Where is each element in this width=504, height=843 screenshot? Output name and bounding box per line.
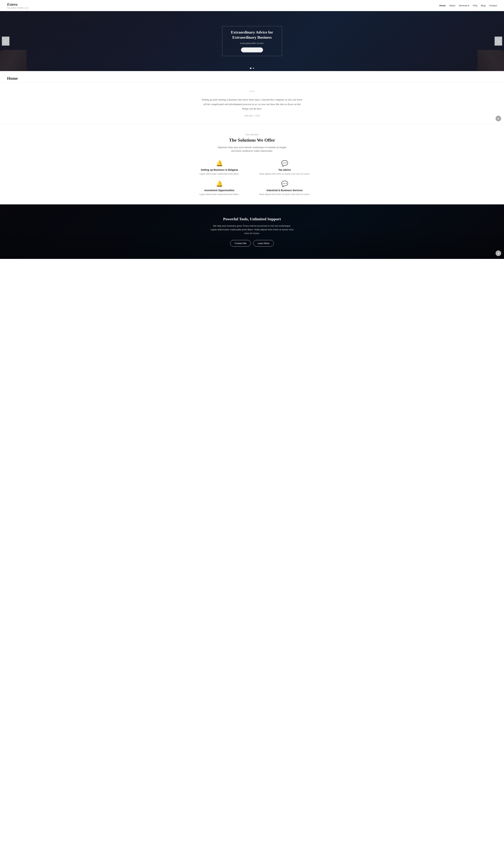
nav-item-services[interactable]: Services ▾ <box>459 4 469 7</box>
services-label: Our services <box>7 133 497 136</box>
service-text-1: Ligula ullamcorper malesuada proin liber… <box>191 173 249 175</box>
slider-prev-button[interactable]: ❮ <box>2 36 10 46</box>
site-description: Just another WordPress site <box>7 7 29 9</box>
services-description: Dignissim diam quis enim lobortis sceler… <box>7 146 497 153</box>
home-heading: Home <box>7 76 497 81</box>
learn-more-button[interactable]: Learn More <box>253 240 274 247</box>
chat-icon-1: 💬 <box>256 160 314 166</box>
nav-item-home[interactable]: Home <box>439 4 446 7</box>
bell-icon-1: 🔔 <box>191 160 249 166</box>
quote-author: John Doe – CEO <box>11 114 493 117</box>
nav-item-about[interactable]: About <box>449 4 455 7</box>
nav-item-blog[interactable]: Blog <box>481 4 485 7</box>
site-branding: Estera Just another WordPress site <box>7 2 29 9</box>
contact-me-button[interactable]: Contact Me <box>230 240 251 247</box>
slider-dot-1[interactable] <box>250 68 251 69</box>
service-text-4: Nulla aliquet enim tortor at auctor urna… <box>256 193 314 196</box>
nav-item-faq[interactable]: FAQ <box>473 4 478 7</box>
hero-slider: ❮ Extraordinary Advice for Extraordinary… <box>0 11 504 71</box>
site-nav: Home About Services ▾ FAQ Blog Contact <box>439 4 497 7</box>
services-section: Our services The Solutions We Offer Dign… <box>0 124 504 205</box>
quote-text: Setting up and running a business has ne… <box>201 98 303 111</box>
hero-title: Extraordinary Advice for Extraordinary B… <box>226 30 278 40</box>
service-text-3: Ligula ullamcorper malesuada proin liber… <box>191 193 249 196</box>
service-name-2: Tax advice <box>256 169 314 171</box>
cta-text: We help your business grow. Purus viverr… <box>210 224 294 235</box>
chevron-down-icon: ▾ <box>468 4 469 7</box>
services-title: The Solutions We Offer <box>7 138 497 143</box>
quote-section: ““ Setting up and running a business has… <box>0 82 504 124</box>
nav-item-contact[interactable]: Contact <box>489 4 497 7</box>
chat-icon-2: 💬 <box>256 180 314 187</box>
service-item-3: 🔔 Investment Opportunities Ligula ullamc… <box>191 180 249 196</box>
slider-dots <box>250 68 254 69</box>
service-name-3: Investment Opportunities <box>191 189 249 192</box>
hero-content: Extraordinary Advice for Extraordinary B… <box>222 26 282 56</box>
hero-subtitle: Lorem ipsum dolor sit amet. <box>226 42 278 45</box>
service-item-2: 💬 Tax advice Nulla aliquet enim tortor a… <box>256 160 314 175</box>
cta-buttons: Contact Me Learn More <box>7 240 497 247</box>
site-title: Estera <box>7 2 29 7</box>
bell-icon-2: 🔔 <box>191 180 249 187</box>
service-text-2: Nulla aliquet enim tortor at auctor urna… <box>256 173 314 175</box>
home-section-title: Home <box>0 71 504 82</box>
cta-section: Powerful Tools, Unlimited Support We hel… <box>0 205 504 259</box>
scroll-top-button-1[interactable]: ▲ <box>496 116 501 121</box>
service-item-4: 💬 Industrial & Business Services Nulla a… <box>256 180 314 196</box>
quote-mark: ““ <box>11 89 493 96</box>
nav-services-label: Services <box>459 4 468 7</box>
site-header: Estera Just another WordPress site Home … <box>0 0 504 11</box>
chevron-up-icon-2: ▲ <box>497 252 500 254</box>
cta-title: Powerful Tools, Unlimited Support <box>7 217 497 221</box>
chevron-up-icon: ▲ <box>497 117 500 120</box>
service-item-1: 🔔 Setting up Business in Bulgaria Ligula… <box>191 160 249 175</box>
cta-content: Powerful Tools, Unlimited Support We hel… <box>7 217 497 247</box>
slider-next-button[interactable]: ❯ <box>494 36 502 46</box>
service-name-1: Setting up Business in Bulgaria <box>191 169 249 171</box>
slider-dot-2[interactable] <box>253 68 254 69</box>
hero-read-more-button[interactable]: READ MORE → <box>241 48 263 52</box>
service-name-4: Industrial & Business Services <box>256 189 314 192</box>
services-grid: 🔔 Setting up Business in Bulgaria Ligula… <box>191 160 314 196</box>
